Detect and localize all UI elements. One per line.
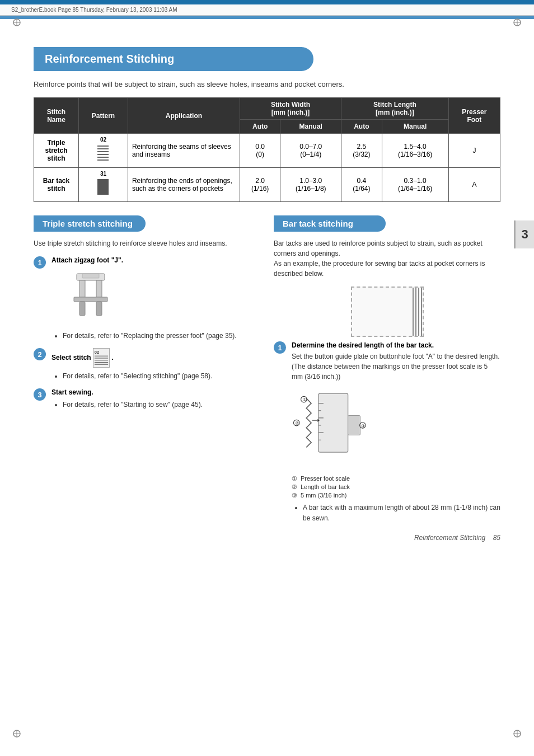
triple-stretch-heading: Triple stretch stitching — [34, 215, 146, 232]
bar-tack-intro: Bar tacks are used to reinforce points s… — [274, 238, 500, 279]
svg-rect-18 — [97, 179, 109, 195]
chapter-tab: 3 — [514, 220, 534, 248]
svg-text:③: ③ — [361, 424, 365, 429]
svg-rect-23 — [79, 302, 85, 316]
step-3-bullet: For details, refer to "Starting to sew" … — [63, 400, 260, 410]
svg-rect-24 — [96, 302, 102, 316]
svg-text:02: 02 — [95, 350, 99, 355]
th-sw-auto: Auto — [240, 120, 280, 134]
section-heading: Reinforcement Stitching — [34, 47, 313, 71]
step-2-bullets: For details, refer to "Selecting stitchi… — [51, 371, 260, 382]
reg-mark-top-left — [11, 17, 22, 28]
bar-tack-legend: ① Presser foot scale ② Length of bar tac… — [292, 475, 500, 499]
th-presser-foot: PresserFoot — [448, 98, 500, 134]
step-1-bullets: For details, refer to "Replacing the pre… — [51, 331, 260, 341]
svg-rect-22 — [74, 297, 107, 302]
step-1-content: Attach zigzag foot "J". For details, ref — [51, 256, 260, 341]
bar-tack-detail-image: ① ② ③ — [292, 386, 370, 464]
bar-tack-step-number-1: 1 — [274, 341, 286, 354]
sw-auto-2: 2.0(1/16) — [240, 168, 280, 202]
sw-auto-1: 0.0(0) — [240, 134, 280, 168]
step-1-bullet: For details, refer to "Replacing the pre… — [63, 331, 260, 341]
step-1: 1 Attach zigzag foot "J". — [34, 256, 260, 341]
th-stitch-width: Stitch Width[mm (inch.)] — [240, 98, 341, 120]
bar-tack-pattern — [413, 288, 423, 336]
bar-tack-section: Bar tack stitching Bar tacks are used to… — [274, 215, 500, 530]
blue-accent-bar — [0, 16, 534, 19]
page-footer-text: Reinforcement Stitching — [414, 534, 491, 542]
legend-num-2: ② — [292, 483, 297, 491]
legend-label-3: 5 mm (3/16 inch) — [301, 492, 347, 499]
svg-text:②: ② — [295, 421, 299, 426]
sl-auto-2: 0.4(1/64) — [341, 168, 382, 202]
reg-mark-top-right — [512, 17, 523, 28]
reg-mark-bottom-right — [512, 728, 523, 739]
application-1: Reinforcing the seams of sleeves and ins… — [128, 134, 240, 168]
page-number: 85 — [493, 534, 500, 542]
th-stitch-length: Stitch Length[mm (inch.)] — [341, 98, 449, 120]
stitch-pattern-1: 02 — [79, 134, 128, 168]
legend-item-3: ③ 5 mm (3/16 inch) — [292, 492, 500, 499]
legend-label-1: Presser foot scale — [301, 475, 350, 482]
bar-tack-step-1-body: Set the button guide plate on buttonhole… — [292, 351, 500, 382]
stitch-pattern-2: 31 — [79, 168, 128, 202]
svg-text:①: ① — [303, 397, 307, 402]
step-number-1: 1 — [34, 256, 46, 269]
section-title: Reinforcement Stitching — [45, 53, 174, 65]
legend-num-3: ③ — [292, 492, 297, 499]
step-3-bullets: For details, refer to "Starting to sew" … — [51, 400, 260, 410]
th-sw-manual: Manual — [280, 120, 341, 134]
presser-foot-image — [68, 271, 113, 321]
stitch-name-1: Triplestretchstitch — [34, 134, 79, 168]
th-stitch-name: Stitch Name — [34, 98, 79, 134]
file-info-text: S2_brotherE.book Page 85 Thursday, Febru… — [11, 7, 177, 13]
main-content: 3 Reinforcement Stitching Reinforce poin… — [0, 36, 534, 553]
svg-rect-20 — [79, 280, 85, 297]
legend-item-1: ① Presser foot scale — [292, 475, 500, 482]
page-footer: Reinforcement Stitching 85 — [414, 534, 500, 542]
bar-tack-heading: Bar tack stitching — [274, 215, 386, 232]
table-row: Triplestretchstitch 02 Reinforcing the s… — [34, 134, 500, 168]
legend-item-2: ② Length of bar tack — [292, 483, 500, 491]
two-column-layout: Triple stretch stitching Use triple stre… — [34, 215, 500, 530]
sl-manual-2: 0.3–1.0(1/64–1/16) — [382, 168, 448, 202]
bar-tack-step-1-content: Determine the desired length of the bar … — [292, 341, 500, 524]
step-2-bullet: For details, refer to "Selecting stitchi… — [63, 371, 260, 382]
triple-stretch-section: Triple stretch stitching Use triple stre… — [34, 215, 260, 530]
sl-manual-1: 1.5–4.0(1/16–3/16) — [382, 134, 448, 168]
legend-num-1: ① — [292, 475, 297, 482]
step-3-title: Start sewing. — [51, 388, 260, 396]
svg-rect-21 — [96, 280, 102, 297]
th-application: Application — [128, 98, 240, 134]
step-3-content: Start sewing. For details, refer to "Sta… — [51, 388, 260, 410]
foot-2: A — [448, 168, 500, 202]
application-2: Reinforcing the ends of openings, such a… — [128, 168, 240, 202]
th-sl-manual: Manual — [382, 120, 448, 134]
triple-stretch-intro: Use triple stretch stitching to reinforc… — [34, 238, 260, 248]
bar-tack-final-bullet: A bar tack with a maximum length of abou… — [292, 503, 500, 524]
file-info-bar: S2_brotherE.book Page 85 Thursday, Febru… — [0, 4, 534, 16]
step-2: 2 Select stitch 02 . — [34, 348, 260, 382]
stitch-name-2: Bar tackstitch — [34, 168, 79, 202]
bar-tack-pocket-image — [351, 287, 424, 337]
th-pattern: Pattern — [79, 98, 128, 134]
sw-manual-1: 0.0–7.0(0–1/4) — [280, 134, 341, 168]
step-2-title: Select stitch 02 . — [51, 348, 260, 368]
chapter-number: 3 — [521, 227, 528, 241]
step-2-content: Select stitch 02 . For details, refer t — [51, 348, 260, 382]
sw-manual-2: 1.0–3.0(1/16–1/8) — [280, 168, 341, 202]
table-row: Bar tackstitch 31 Reinforcing the ends o… — [34, 168, 500, 202]
bar-tack-step-1-title: Determine the desired length of the bar … — [292, 341, 500, 349]
step-3: 3 Start sewing. For details, refer to "S… — [34, 388, 260, 410]
svg-rect-32 — [318, 393, 348, 452]
bar-tack-bullet: A bar tack with a maximum length of abou… — [303, 503, 500, 524]
step-number-2: 2 — [34, 348, 46, 360]
reg-mark-bottom-left — [11, 728, 22, 739]
step-number-3: 3 — [34, 388, 46, 401]
intro-text: Reinforce points that will be subject to… — [34, 80, 500, 88]
stitch-table: Stitch Name Pattern Application Stitch W… — [34, 97, 500, 202]
legend-label-2: Length of bar tack — [301, 483, 350, 490]
bar-tack-step-1: 1 Determine the desired length of the ba… — [274, 341, 500, 524]
sl-auto-1: 2.5(3/32) — [341, 134, 382, 168]
top-blue-bar — [0, 0, 534, 4]
